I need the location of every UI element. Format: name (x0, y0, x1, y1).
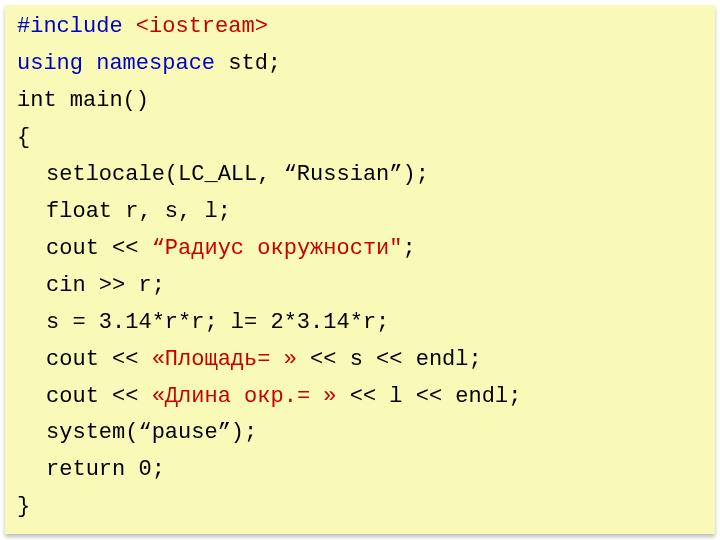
code-block: #include <iostream> using namespace std;… (5, 5, 715, 534)
code-text: ; (403, 236, 416, 261)
code-text: setlocale(LC_ALL, “Russian”); (46, 162, 429, 187)
code-line: cout << «Площадь= » << s << endl; (17, 342, 703, 379)
preprocessor: #include (17, 14, 136, 39)
code-line: cin >> r; (17, 268, 703, 305)
string-literal: «Длина окр.= » (152, 384, 337, 409)
header-name: <iostream> (136, 14, 268, 39)
string-literal: “Радиус окружности" (152, 236, 403, 261)
string-literal: «Площадь= » (152, 347, 297, 372)
brace: } (17, 494, 30, 519)
code-text: cin >> r; (46, 273, 165, 298)
code-line: cout << «Длина окр.= » << l << endl; (17, 379, 703, 416)
code-line: float r, s, l; (17, 194, 703, 231)
code-text: cout << (46, 347, 152, 372)
code-text: << l << endl; (337, 384, 522, 409)
code-line: system(“pause”); (17, 415, 703, 452)
code-text: std; (215, 51, 281, 76)
code-line: setlocale(LC_ALL, “Russian”); (17, 157, 703, 194)
code-line: #include <iostream> (17, 9, 703, 46)
code-text: return 0; (46, 457, 165, 482)
code-line: return 0; (17, 452, 703, 489)
code-line: int main() (17, 83, 703, 120)
code-line: { (17, 120, 703, 157)
code-text: system(“pause”); (46, 420, 257, 445)
code-line: using namespace std; (17, 46, 703, 83)
code-line: } (17, 489, 703, 526)
code-text: << s << endl; (297, 347, 482, 372)
code-text: s = 3.14*r*r; l= 2*3.14*r; (46, 310, 389, 335)
brace: { (17, 125, 30, 150)
code-line: s = 3.14*r*r; l= 2*3.14*r; (17, 305, 703, 342)
code-text: int main() (17, 88, 149, 113)
code-text: cout << (46, 384, 152, 409)
code-text: float r, s, l; (46, 199, 231, 224)
code-line: cout << “Радиус окружности"; (17, 231, 703, 268)
code-text: cout << (46, 236, 152, 261)
keyword: using namespace (17, 51, 215, 76)
